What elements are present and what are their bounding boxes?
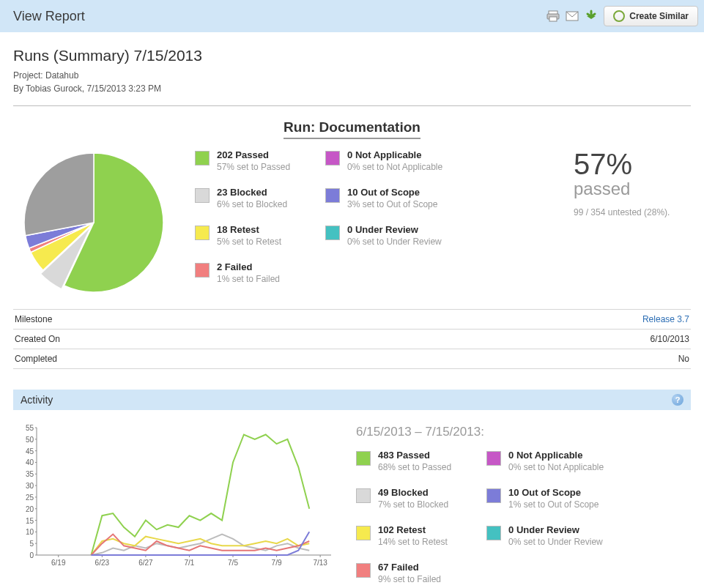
legend-swatch [356, 488, 371, 503]
legend-swatch [325, 188, 340, 203]
create-similar-label: Create Similar [629, 11, 689, 21]
plus-circle-icon [613, 10, 625, 22]
activity-range: 6/15/2013 – 7/15/2013: [356, 425, 691, 439]
legend-sub: 6% set to Blocked [217, 199, 287, 209]
email-icon[interactable] [566, 10, 579, 23]
legend-item: 0 Under Review0% set to Under Review [486, 524, 604, 547]
legend-swatch [486, 526, 501, 540]
legend-sub: 0% set to Not Applicable [508, 462, 604, 472]
legend-swatch [486, 451, 501, 466]
legend-swatch [486, 488, 501, 503]
svg-text:30: 30 [26, 482, 34, 490]
legend-sub: 57% set to Passed [217, 162, 290, 172]
legend-title: 0 Under Review [508, 524, 603, 535]
info-label: Created On [13, 330, 347, 349]
svg-text:35: 35 [26, 470, 34, 478]
legend-item: 2 Failed1% set to Failed [195, 261, 290, 284]
legend-item: 49 Blocked7% set to Blocked [356, 487, 451, 510]
svg-text:45: 45 [26, 447, 34, 455]
print-icon[interactable] [546, 10, 560, 23]
legend-item: 202 Passed57% set to Passed [195, 149, 290, 172]
svg-text:6/23: 6/23 [95, 559, 110, 567]
legend-sub: 0% set to Under Review [508, 537, 603, 547]
topbar: View Report Create Similar [0, 0, 704, 32]
activity-section: 05101520253035404550556/196/236/277/17/5… [13, 423, 691, 584]
svg-text:25: 25 [26, 494, 34, 502]
legend-sub: 14% set to Retest [378, 537, 448, 547]
pie-chart [13, 149, 174, 296]
download-icon[interactable] [585, 10, 598, 23]
legend-title: 483 Passed [378, 450, 451, 461]
legend-sub: 1% set to Failed [217, 274, 280, 284]
legend-title: 0 Not Applicable [347, 149, 442, 160]
legend-swatch [195, 188, 210, 203]
info-value: No [347, 349, 691, 369]
create-similar-button[interactable]: Create Similar [604, 6, 698, 26]
legend-title: 49 Blocked [378, 487, 448, 498]
svg-text:7/5: 7/5 [228, 559, 238, 567]
run-summary: 202 Passed57% set to Passed23 Blocked6% … [13, 149, 691, 296]
legend-item: 0 Not Applicable0% set to Not Applicable [486, 450, 604, 472]
untested-text: 99 / 354 untested (28%). [574, 206, 691, 219]
svg-text:50: 50 [26, 436, 34, 444]
pass-pct-label: passed [574, 179, 691, 199]
activity-header: Activity ? [13, 390, 691, 410]
legend-title: 23 Blocked [217, 187, 287, 198]
legend-swatch [325, 226, 340, 240]
svg-text:40: 40 [26, 458, 34, 466]
svg-rect-2 [549, 17, 557, 21]
report-title: Runs (Summary) 7/15/2013 [13, 47, 691, 64]
info-value[interactable]: Release 3.7 [347, 310, 691, 330]
info-label: Completed [13, 349, 347, 369]
svg-text:6/27: 6/27 [138, 559, 153, 567]
legend-item: 23 Blocked6% set to Blocked [195, 187, 290, 209]
legend-item: 67 Failed9% set to Failed [356, 562, 451, 584]
info-label: Milestone [13, 310, 347, 330]
svg-text:6/19: 6/19 [51, 559, 66, 567]
svg-text:20: 20 [26, 505, 34, 513]
legend-title: 102 Retest [378, 524, 448, 535]
svg-text:0: 0 [29, 551, 34, 559]
legend-item: 102 Retest14% set to Retest [356, 524, 451, 547]
topbar-actions: Create Similar [546, 6, 698, 26]
legend-swatch [325, 151, 340, 165]
info-row: Created On6/10/2013 [13, 330, 691, 349]
legend-title: 2 Failed [217, 261, 280, 272]
legend-title: 202 Passed [217, 149, 290, 160]
pass-pct-value: 57% [574, 149, 691, 179]
page-title: View Report [6, 9, 85, 24]
legend-swatch [195, 151, 210, 165]
legend-sub: 7% set to Blocked [378, 499, 448, 510]
legend-swatch [356, 526, 371, 540]
report-meta-byline: By Tobias Gurock, 7/15/2013 3:23 PM [13, 82, 691, 95]
activity-header-label: Activity [21, 394, 53, 406]
info-table: MilestoneRelease 3.7Created On6/10/2013C… [13, 309, 691, 369]
legend-title: 0 Under Review [347, 224, 442, 235]
legend-title: 0 Not Applicable [508, 450, 604, 461]
legend-title: 67 Failed [378, 562, 441, 573]
help-icon[interactable]: ? [672, 394, 683, 406]
legend-title: 10 Out of Scope [508, 487, 599, 498]
legend-sub: 68% set to Passed [378, 462, 451, 472]
run-title: Run: Documentation [284, 119, 420, 139]
svg-text:15: 15 [26, 517, 34, 525]
legend-sub: 1% set to Out of Scope [508, 499, 599, 510]
legend-swatch [195, 263, 210, 278]
legend-sub: 9% set to Failed [378, 574, 441, 584]
legend-title: 10 Out of Scope [347, 187, 437, 198]
legend-sub: 5% set to Retest [217, 237, 281, 247]
svg-text:7/1: 7/1 [184, 559, 194, 567]
legend-swatch [195, 226, 210, 240]
svg-text:5: 5 [29, 540, 34, 548]
legend-sub: 3% set to Out of Scope [347, 199, 437, 209]
info-value: 6/10/2013 [347, 330, 691, 349]
run-legend: 202 Passed57% set to Passed23 Blocked6% … [195, 149, 553, 284]
legend-item: 0 Not Applicable0% set to Not Applicable [325, 149, 442, 172]
legend-title: 18 Retest [217, 224, 281, 235]
legend-sub: 0% set to Under Review [347, 237, 442, 247]
legend-item: 0 Under Review0% set to Under Review [325, 224, 442, 247]
svg-text:10: 10 [26, 528, 34, 536]
divider [13, 105, 691, 106]
line-chart: 05101520253035404550556/196/236/277/17/5… [13, 423, 336, 572]
legend-swatch [356, 451, 371, 466]
